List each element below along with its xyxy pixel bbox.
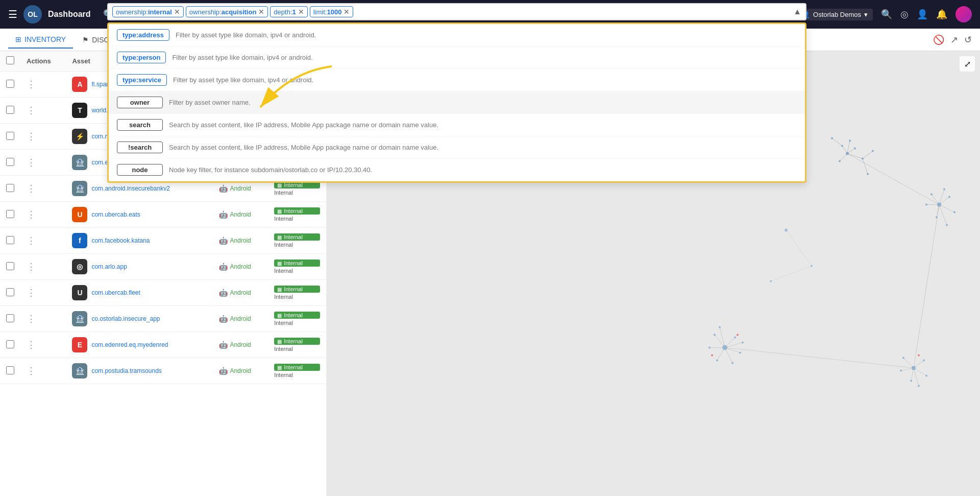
filter-not-search[interactable]: !search Search by asset content, like IP…: [109, 136, 805, 159]
row-checkbox[interactable]: [6, 340, 14, 348]
row-checkbox[interactable]: [6, 184, 14, 192]
tag-key: limit:1000: [313, 8, 342, 16]
app-icon: U: [72, 207, 87, 222]
row-actions-menu[interactable]: ⋮: [27, 157, 36, 168]
ownership-badge-icon: ▦: [277, 287, 282, 292]
share-icon[interactable]: ↗: [950, 34, 958, 45]
ownership-badge-label: Internal: [284, 312, 303, 318]
row-checkbox[interactable]: [6, 106, 14, 114]
ownership-badge: ▦ Internal: [274, 233, 320, 241]
filter-owner[interactable]: owner Filter by asset owner name.: [109, 91, 805, 114]
search-input[interactable]: [355, 8, 791, 16]
filter-search[interactable]: search Search by asset content, like IP …: [109, 114, 805, 136]
type-badge: 🤖 Android: [219, 289, 251, 297]
app-icon: T: [72, 103, 87, 118]
ownership-badge-wrap: ▦ Internal Internal: [274, 207, 320, 222]
ownership-badge-icon: ▦: [277, 261, 282, 266]
filter-type-person[interactable]: type:person Filter by asset type like do…: [109, 46, 805, 69]
notification-bell[interactable]: 🔔: [936, 9, 947, 20]
collapse-search-button[interactable]: ▲: [793, 7, 801, 16]
type-person-tag: type:person: [117, 52, 166, 63]
search-desc: Search by asset content, like IP address…: [169, 121, 438, 129]
row-actions-menu[interactable]: ⋮: [27, 314, 36, 324]
row-actions-menu[interactable]: ⋮: [27, 131, 36, 141]
row-actions-menu[interactable]: ⋮: [27, 366, 36, 376]
type-badge: 🤖 Android: [219, 315, 251, 323]
tag-key: ownership:internal: [116, 8, 172, 16]
row-checkbox[interactable]: [6, 132, 14, 140]
asset-name[interactable]: com.android.insecurebankv2: [91, 185, 169, 192]
row-checkbox[interactable]: [6, 210, 14, 218]
row-checkbox-cell: [0, 306, 20, 332]
close-tag-ownership-internal[interactable]: ✕: [174, 8, 180, 16]
asset-name[interactable]: com.postudia.tramsounds: [91, 367, 161, 374]
ownership-badge: ▦ Internal: [274, 207, 320, 215]
asset-name[interactable]: com.ubercab.fleet: [91, 289, 140, 296]
row-actions-cell: ⋮: [20, 228, 66, 254]
row-ownership-cell: ▦ Internal Internal: [268, 254, 326, 280]
close-tag-ownership-acquisition[interactable]: ✕: [258, 8, 264, 16]
asset-name[interactable]: co.ostorlab.insecure_app: [91, 315, 160, 322]
tag-limit[interactable]: limit:1000 ✕: [310, 6, 354, 17]
row-checkbox[interactable]: [6, 288, 14, 296]
close-tag-limit[interactable]: ✕: [344, 8, 350, 16]
ownership-badge-label: Internal: [284, 286, 303, 292]
row-checkbox[interactable]: [6, 236, 14, 244]
type-badge: 🤖 Android: [219, 237, 251, 245]
asset-name[interactable]: com.facebook.katana: [91, 237, 150, 244]
row-actions-cell: ⋮: [20, 202, 66, 228]
asset-name[interactable]: com.ubercab.eats: [91, 211, 140, 218]
app-icon: ◎: [72, 259, 87, 274]
row-ownership-cell: ▦ Internal Internal: [268, 358, 326, 384]
asset-name[interactable]: com.arlo.app: [91, 263, 127, 270]
ownership-label: Internal: [274, 372, 320, 378]
org-selector[interactable]: 👤 Ostorlab Demos ▾: [797, 9, 873, 20]
row-actions-cell: ⋮: [20, 306, 66, 332]
select-all-checkbox[interactable]: [6, 56, 14, 64]
row-actions-menu[interactable]: ⋮: [27, 262, 36, 272]
row-type-cell: 🤖 Android: [213, 254, 268, 280]
target-icon[interactable]: ◎: [900, 9, 909, 20]
row-asset-cell: E com.edenred.eq.myedenred: [66, 332, 213, 358]
filter-type-service[interactable]: type:service Filter by asset type like d…: [109, 69, 805, 91]
hamburger-menu[interactable]: ☰: [8, 8, 17, 20]
row-actions-menu[interactable]: ⋮: [27, 235, 36, 246]
row-ownership-cell: ▦ Internal Internal: [268, 228, 326, 254]
row-checkbox[interactable]: [6, 314, 14, 322]
row-ownership-cell: ▦ Internal Internal: [268, 202, 326, 228]
close-tag-depth[interactable]: ✕: [298, 8, 304, 16]
refresh-icon[interactable]: ↺: [964, 34, 972, 45]
tag-depth[interactable]: depth:1 ✕: [270, 6, 307, 17]
person-icon[interactable]: 👤: [917, 9, 928, 20]
row-actions-menu[interactable]: ⋮: [27, 183, 36, 194]
row-actions-menu[interactable]: ⋮: [27, 288, 36, 298]
tab-inventory[interactable]: ⊞ INVENTORY: [8, 31, 73, 49]
tag-ownership-acquisition[interactable]: ownership:acquisition ✕: [186, 6, 268, 17]
hide-icon[interactable]: 🚫: [933, 34, 944, 45]
type-badge: 🤖 Android: [219, 263, 251, 271]
row-actions-menu[interactable]: ⋮: [27, 209, 36, 220]
asset-name[interactable]: com.edenred.eq.myedenred: [91, 341, 168, 348]
row-checkbox-cell: [0, 280, 20, 306]
table-row: ⋮ ◎ com.arlo.app 🤖 Android ▦ Internal: [0, 254, 326, 280]
svg-point-52: [711, 355, 713, 357]
avatar[interactable]: [955, 6, 972, 22]
row-actions-menu[interactable]: ⋮: [27, 79, 36, 89]
row-checkbox[interactable]: [6, 366, 14, 374]
filter-node[interactable]: node Node key filter, for instance subdo…: [109, 159, 805, 181]
table-row: ⋮ U com.ubercab.eats 🤖 Android ▦ Inte: [0, 202, 326, 228]
row-checkbox-cell: [0, 228, 20, 254]
org-name: Ostorlab Demos: [813, 11, 861, 18]
row-asset-cell: f com.facebook.katana: [66, 228, 213, 254]
filter-type-address[interactable]: type:address Filter by asset type like d…: [109, 24, 805, 46]
row-checkbox[interactable]: [6, 262, 14, 270]
row-asset-cell: U com.ubercab.eats: [66, 202, 213, 228]
search-global-icon[interactable]: 🔍: [881, 9, 892, 20]
row-actions-menu[interactable]: ⋮: [27, 105, 36, 115]
row-actions-menu[interactable]: ⋮: [27, 340, 36, 350]
row-checkbox[interactable]: [6, 158, 14, 166]
tag-ownership-internal[interactable]: ownership:internal ✕: [112, 6, 184, 17]
row-checkbox[interactable]: [6, 80, 14, 88]
type-label: Android: [230, 367, 251, 374]
fullscreen-button[interactable]: ⤢: [960, 56, 975, 72]
